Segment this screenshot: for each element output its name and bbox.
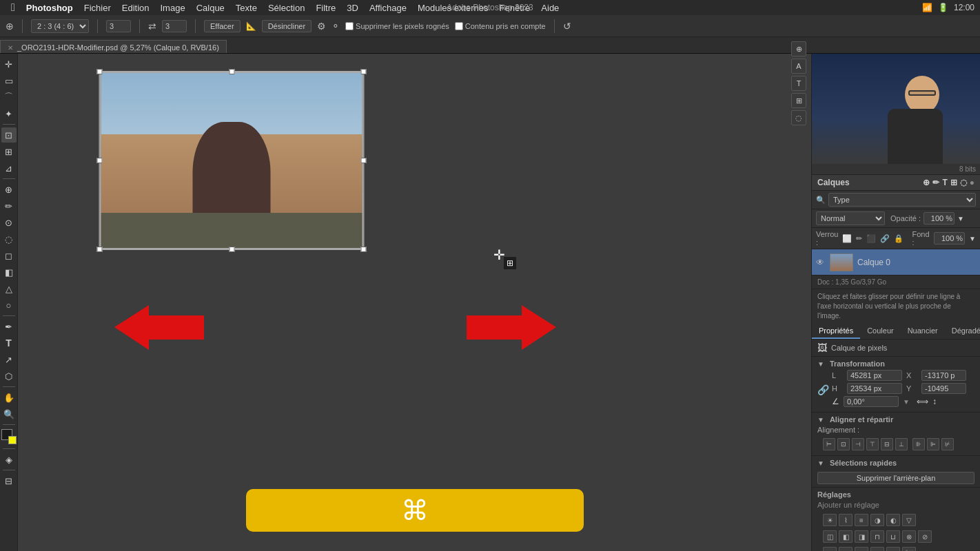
background-color[interactable] — [8, 436, 17, 444]
value4-input[interactable] — [162, 20, 187, 32]
reglage-brightness[interactable]: ☀ — [823, 514, 837, 526]
layers-icon-3[interactable]: T — [942, 178, 947, 187]
tool-path-select[interactable]: ↗ — [1, 352, 17, 367]
lock-icon-1[interactable]: ⬜ — [842, 234, 852, 243]
desinclin-button[interactable]: Désincliner — [262, 20, 312, 32]
reglage-filter[interactable]: ▽ — [902, 514, 916, 526]
tool-hand[interactable]: ✋ — [1, 390, 17, 405]
supprimer-checkbox[interactable] — [345, 22, 354, 30]
supprimer-arriere-btn[interactable]: Supprimer l'arrière-plan — [817, 472, 974, 484]
tool-quick-mask[interactable]: ◈ — [1, 452, 17, 467]
layers-icon-1[interactable]: ⊕ — [923, 178, 930, 187]
fond-chevron[interactable]: ▼ — [969, 235, 976, 242]
lock-icon-2[interactable]: ✏ — [856, 234, 862, 243]
mini-tool-3[interactable]: T — [791, 76, 806, 91]
layers-icon-5[interactable]: ◌ — [960, 178, 967, 187]
flip-h-icon[interactable]: ⟺ — [917, 397, 928, 406]
layer-type-select[interactable]: Type — [828, 193, 976, 207]
reset-icon[interactable]: ↺ — [563, 21, 571, 32]
ratio-select[interactable]: 2 : 3 (4 : 6) — [31, 19, 89, 33]
menu-aide[interactable]: Aide — [535, 0, 564, 15]
angle-chevron[interactable]: ▼ — [903, 398, 910, 406]
reglage-pattern2[interactable]: ⬛ — [902, 547, 916, 551]
reglage-hue[interactable]: ◑ — [870, 514, 884, 526]
tool-history[interactable]: ◌ — [1, 231, 17, 247]
reglage-bw[interactable]: ◫ — [823, 530, 837, 543]
reglage-solid-color[interactable]: ■ — [870, 547, 884, 551]
y-input[interactable] — [921, 383, 966, 394]
layers-icon-circle[interactable]: ● — [970, 178, 974, 187]
tool-screen-mode[interactable]: ⊟ — [1, 473, 17, 488]
reglage-gradient2[interactable]: ◼ — [886, 547, 900, 551]
settings-icon[interactable]: ⚙ — [317, 21, 326, 32]
reglage-posterize[interactable]: ⊔ — [886, 530, 900, 543]
effacer-button[interactable]: Effacer — [204, 20, 241, 32]
l-input[interactable] — [847, 370, 902, 381]
canvas-image-container[interactable] — [99, 71, 365, 250]
tab-proprietes[interactable]: Propriétés — [812, 324, 860, 339]
tool-perspective-crop[interactable]: ⊞ — [1, 144, 17, 159]
tool-zoom[interactable]: 🔍 — [1, 406, 17, 422]
reglage-curves[interactable]: ⌇ — [839, 514, 853, 526]
tool-pen[interactable]: ✒ — [1, 319, 17, 334]
handle-br[interactable] — [361, 247, 367, 252]
menu-fichier[interactable]: Fichier — [79, 0, 116, 15]
opacity-chevron[interactable]: ▼ — [957, 215, 964, 222]
tool-crop[interactable]: ⊡ — [1, 127, 17, 143]
tool-gradient[interactable]: ◧ — [1, 264, 17, 280]
contenu-checkbox[interactable] — [455, 22, 463, 30]
align-center-v-btn[interactable]: ⊟ — [881, 438, 893, 450]
align-collapse[interactable]: ▼ — [817, 416, 824, 424]
handle-bl[interactable] — [97, 247, 103, 252]
value3-input[interactable] — [106, 20, 131, 32]
h-input[interactable] — [847, 383, 902, 394]
align-top-btn[interactable]: ⊤ — [866, 438, 879, 450]
reglage-levels[interactable]: ≡ — [855, 514, 868, 526]
menu-3d[interactable]: 3D — [341, 0, 364, 15]
lock-icon-5[interactable]: 🔒 — [894, 234, 904, 243]
distribute-center-h-btn[interactable]: ⊫ — [927, 438, 939, 450]
menu-affichage[interactable]: Affichage — [364, 0, 412, 15]
lock-icon-4[interactable]: 🔗 — [880, 234, 890, 243]
angle-input[interactable] — [844, 396, 899, 407]
layer-eye-icon[interactable]: 👁 — [816, 258, 824, 267]
color-picker[interactable] — [1, 429, 17, 444]
handle-ml[interactable] — [97, 158, 103, 163]
tool-eraser[interactable]: ◻ — [1, 248, 17, 263]
menu-image[interactable]: Image — [155, 0, 191, 15]
mini-tool-2[interactable]: A — [791, 59, 806, 74]
chain-icon[interactable]: 🔗 — [817, 384, 829, 395]
menu-texte[interactable]: Texte — [230, 0, 263, 15]
tab-degrade[interactable]: Dégradé — [945, 324, 980, 339]
layer-item-0[interactable]: 👁 Calque 0 — [812, 249, 980, 276]
tab-nuancier[interactable]: Nuancier — [901, 324, 945, 339]
tool-select-rect[interactable]: ▭ — [1, 73, 17, 88]
menu-selection[interactable]: Sélection — [263, 0, 310, 15]
tool-clone[interactable]: ⊙ — [1, 215, 17, 230]
handle-tr[interactable] — [361, 69, 367, 74]
tab-couleur[interactable]: Couleur — [860, 324, 901, 339]
handle-mr[interactable] — [361, 158, 367, 163]
tool-blur[interactable]: △ — [1, 281, 17, 296]
distribute-left-btn[interactable]: ⊪ — [912, 438, 925, 450]
mini-tool-1[interactable]: ⊕ — [791, 41, 806, 56]
quick-select-collapse[interactable]: ▼ — [817, 459, 824, 467]
tool-shape[interactable]: ⬡ — [1, 368, 17, 384]
layers-icon-4[interactable]: ⊞ — [950, 178, 957, 187]
align-right-btn[interactable]: ⊣ — [852, 438, 864, 450]
reglage-threshold[interactable]: ⊓ — [870, 530, 884, 543]
tool-lasso[interactable]: ⌒ — [1, 90, 17, 105]
menu-edition[interactable]: Edition — [116, 0, 155, 15]
align-left-btn[interactable]: ⊢ — [823, 438, 835, 450]
reglage-extra[interactable]: ⊘ — [918, 530, 932, 543]
options-icon[interactable]: ⚬ — [331, 21, 340, 32]
menu-filtre[interactable]: Filtre — [310, 0, 341, 15]
fond-input[interactable] — [934, 232, 965, 245]
align-center-h-btn[interactable]: ⊡ — [837, 438, 850, 450]
tool-dodge[interactable]: ○ — [1, 298, 17, 313]
reglage-pattern[interactable]: ⊚ — [855, 547, 868, 551]
tool-move[interactable]: ✛ — [1, 56, 17, 72]
align-bottom-btn[interactable]: ⊥ — [895, 438, 908, 450]
transform-collapse[interactable]: ▼ — [817, 360, 824, 368]
reglage-mix[interactable]: ⊕ — [823, 547, 837, 551]
